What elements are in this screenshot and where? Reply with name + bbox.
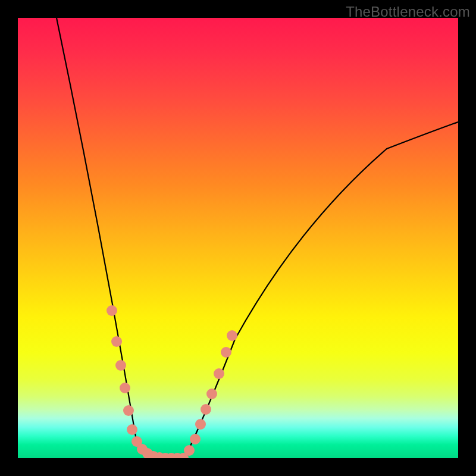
marker-dot (111, 336, 122, 347)
marker-dot (201, 404, 211, 415)
marker-dot (127, 424, 137, 435)
marker-dot (214, 368, 224, 379)
curve-layer (18, 18, 458, 458)
marker-dot (195, 419, 206, 430)
marker-dot (115, 360, 126, 371)
marker-dot (107, 305, 117, 316)
marker-dot (123, 405, 134, 416)
marker-dot (120, 383, 130, 393)
marker-dot (206, 389, 217, 399)
marker-dot (184, 445, 195, 456)
right-branch-curve (184, 122, 458, 458)
marker-dot (190, 434, 201, 444)
marker-dot (227, 330, 237, 341)
marker-dot (221, 347, 231, 358)
left-branch-curve (57, 18, 151, 456)
plot-area (18, 18, 458, 458)
chart-frame: TheBottleneck.com (0, 0, 476, 476)
